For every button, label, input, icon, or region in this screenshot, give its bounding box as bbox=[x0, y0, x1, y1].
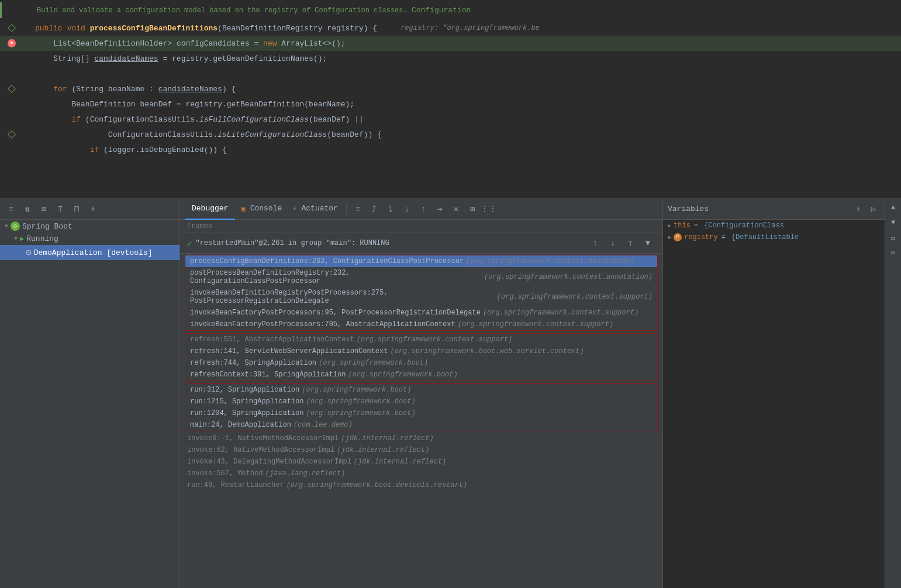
rs-down-icon[interactable]: ▼ bbox=[887, 216, 900, 229]
code-line-3: String[] candidateNames = registry.getBe… bbox=[0, 51, 901, 66]
frame-method-f10: run:312, SpringApplication bbox=[190, 386, 299, 394]
frame-item-f3[interactable]: invokeBeanDefinitionRegistryPostProcesso… bbox=[185, 287, 657, 307]
frame-pkg-f3: (org.springframework.context.support) bbox=[497, 293, 653, 301]
frame-item-f9[interactable]: refreshContext:391, SpringApplication (o… bbox=[185, 369, 657, 381]
thread-expand-btn[interactable]: ▼ bbox=[640, 236, 655, 251]
expand-registry-arrow[interactable]: ▶ bbox=[668, 234, 671, 241]
frame-pkg-f10: (org.springframework.boot) bbox=[302, 386, 411, 394]
frame-method-f7: refresh:141, ServletWebServerApplication… bbox=[190, 347, 388, 355]
sidebar-item-spring-boot[interactable]: ▼ ⊙ Spring Boot bbox=[0, 220, 179, 233]
pin-icon[interactable]: ⊓ bbox=[70, 203, 83, 216]
frame-pkg-f18: (org.springframework.boot.devtools.resta… bbox=[286, 481, 468, 489]
toolbar-more-btn[interactable]: ⋮⋮ bbox=[481, 202, 496, 217]
add-watch-icon[interactable]: + bbox=[852, 203, 865, 216]
expand-this-arrow[interactable]: ▶ bbox=[668, 222, 671, 229]
frame-method-f1: processConfigBeanDefinitions:262, Config… bbox=[190, 257, 464, 265]
thread-up-btn[interactable]: ↑ bbox=[588, 236, 603, 251]
frame-method-f9: refreshContext:391, SpringApplication bbox=[190, 371, 346, 379]
variables-title: Variables bbox=[668, 205, 709, 213]
toolbar-run-to-cursor-btn[interactable]: ⇥ bbox=[432, 202, 447, 217]
console-icon: ▣ bbox=[241, 205, 245, 213]
sidebar-item-running[interactable]: ▼ ▶ Running bbox=[0, 233, 179, 245]
breakpoint-diamond-3[interactable] bbox=[6, 129, 18, 140]
tab-console[interactable]: Console bbox=[248, 199, 285, 220]
var-this-value: {ConfigurationClass bbox=[704, 222, 784, 230]
frame-item-f16[interactable]: invoke:43, DelegatingMethodAccessorImpl … bbox=[180, 456, 662, 468]
frame-item-f14[interactable]: invoke0:-1, NativeMethodAccessorImpl (jd… bbox=[180, 433, 662, 444]
rs-up-icon[interactable]: ▲ bbox=[887, 201, 900, 214]
frame-item-f1[interactable]: processConfigBeanDefinitions:262, Config… bbox=[185, 255, 657, 267]
sidebar-item-demo-app[interactable]: ⚙ DemoApplication [devtools] bbox=[0, 245, 179, 260]
breakpoint-diamond-1[interactable] bbox=[6, 22, 18, 34]
frame-method-f14: invoke0:-1, NativeMethodAccessorImpl bbox=[187, 434, 339, 442]
frame-item-f15[interactable]: invoke:62, NativeMethodAccessorImpl (jdk… bbox=[180, 444, 662, 456]
toolbar-lines-btn[interactable]: ≡ bbox=[350, 202, 365, 217]
frame-group-2: refresh:551, AbstractApplicationContext … bbox=[185, 333, 658, 381]
toolbar-step-over-btn[interactable]: ⤵ bbox=[383, 202, 398, 217]
frame-group-1: processConfigBeanDefinitions:262, Config… bbox=[185, 255, 658, 331]
rs-more-icon[interactable]: ∞ bbox=[887, 247, 900, 260]
frame-pkg-f7: (org.springframework.boot.web.servlet.co… bbox=[390, 347, 584, 355]
frame-item-f7[interactable]: refresh:141, ServletWebServerApplication… bbox=[185, 345, 657, 357]
toolbar-step-out-btn[interactable]: ↑ bbox=[416, 202, 431, 217]
frame-pkg-f1: (org.springframework.context.annotation) bbox=[466, 257, 634, 265]
info-bar: Build and validate a configuration model… bbox=[0, 2, 901, 18]
toolbar-resume-btn[interactable]: ⤴ bbox=[367, 202, 382, 217]
demo-app-label: DemoApplication [devtools] bbox=[34, 248, 153, 257]
frame-item-f11[interactable]: run:1215, SpringApplication (org.springf… bbox=[185, 396, 657, 407]
frame-item-f17[interactable]: invoke:567, Method (java.lang.reflect) bbox=[180, 468, 662, 479]
thread-controls: ↑ ↓ ⊤ ▼ bbox=[588, 236, 655, 251]
variables-panel: Variables + ▷ ▶ this = {ConfigurationCla… bbox=[662, 199, 885, 588]
frame-item-f12[interactable]: run:1204, SpringApplication (org.springf… bbox=[185, 407, 657, 419]
frame-pkg-f16: (jdk.internal.reflect) bbox=[354, 458, 446, 466]
variables-tool-icons: + ▷ bbox=[852, 203, 880, 216]
breakpoint-circle-1[interactable]: ● bbox=[6, 37, 18, 49]
frame-item-f5[interactable]: invokeBeanFactoryPostProcessors:705, Abs… bbox=[185, 319, 657, 330]
tab-actuator[interactable]: Actuator bbox=[299, 199, 340, 220]
frame-method-f4: invokeBeanFactoryPostProcessors:95, Post… bbox=[190, 309, 481, 317]
layout-icon[interactable]: ⊞ bbox=[37, 203, 50, 216]
chevron-down-icon-2: ▼ bbox=[14, 236, 18, 242]
thread-down-btn[interactable]: ↓ bbox=[605, 236, 620, 251]
toolbar-grid-btn[interactable]: ⊞ bbox=[465, 202, 480, 217]
frame-method-f18: run:49, RestartLauncher bbox=[187, 481, 284, 489]
code-line-8: ConfigurationClassUtils.isLiteConfigurat… bbox=[0, 127, 901, 142]
collapse-all-icon[interactable]: ≡ bbox=[5, 203, 18, 216]
tab-debugger[interactable]: Debugger bbox=[185, 199, 235, 220]
demo-app-icon: ⚙ bbox=[26, 247, 32, 258]
right-sidebar-icons: ▲ ▼ ▭ ∞ bbox=[885, 199, 901, 588]
add-icon[interactable]: + bbox=[87, 203, 99, 216]
frame-method-f3: invokeBeanDefinitionRegistryPostProcesso… bbox=[190, 289, 495, 305]
frame-item-f10[interactable]: run:312, SpringApplication (org.springfr… bbox=[185, 384, 657, 396]
var-registry-value: {DefaultListable bbox=[731, 233, 799, 241]
frame-item-f13[interactable]: main:24, DemoApplication (com.lee.demo) bbox=[185, 419, 657, 431]
thread-filter-btn[interactable]: ⊤ bbox=[623, 236, 638, 251]
toolbar-evaluate-btn[interactable]: ✕ bbox=[448, 202, 464, 217]
rs-layout-icon[interactable]: ▭ bbox=[887, 231, 900, 244]
frame-item-f4[interactable]: invokeBeanFactoryPostProcessors:95, Post… bbox=[185, 307, 657, 319]
frame-pkg-f11: (org.springframework.boot) bbox=[306, 397, 415, 406]
frame-item-f8[interactable]: refresh:744, SpringApplication (org.spri… bbox=[185, 357, 657, 369]
spring-boot-label: Spring Boot bbox=[22, 222, 73, 231]
code-line-1: public void processConfigBeanDefinitions… bbox=[0, 20, 901, 36]
frame-item-f2[interactable]: postProcessBeanDefinitionRegistry:232, C… bbox=[185, 267, 657, 287]
frame-item-f18[interactable]: run:49, RestartLauncher (org.springframe… bbox=[180, 479, 662, 491]
actuator-icon: ⚡ bbox=[292, 205, 296, 213]
breakpoint-diamond-2[interactable] bbox=[6, 83, 18, 95]
expand-icon[interactable]: ▷ bbox=[867, 203, 880, 216]
expand-all-icon[interactable]: ⇅ bbox=[21, 203, 34, 216]
var-item-registry[interactable]: ▶ P registry = {DefaultListable bbox=[663, 231, 885, 243]
code-line-4 bbox=[0, 66, 901, 81]
frame-pkg-f5: (org.springframework.context.support) bbox=[458, 320, 613, 328]
code-line-2: ● List<BeanDefinitionHolder> configCandi… bbox=[0, 36, 901, 51]
toolbar-step-into-btn[interactable]: ↓ bbox=[399, 202, 415, 217]
frame-item-f6[interactable]: refresh:551, AbstractApplicationContext … bbox=[185, 334, 657, 345]
frame-method-f5: invokeBeanFactoryPostProcessors:705, Abs… bbox=[190, 320, 455, 328]
var-this-equals: = bbox=[694, 222, 698, 230]
code-line-6: BeanDefinition beanDef = registry.getBea… bbox=[0, 96, 901, 112]
var-item-this[interactable]: ▶ this = {ConfigurationClass bbox=[663, 220, 885, 231]
filter-icon[interactable]: ⊤ bbox=[54, 203, 67, 216]
var-this-name: this bbox=[674, 222, 691, 230]
debug-toolbar: Debugger ▣ Console ⚡ Actuator ≡ ⤴ ⤵ ↓ ↑ … bbox=[180, 199, 662, 220]
frame-pkg-f13: (com.lee.demo) bbox=[294, 421, 353, 429]
